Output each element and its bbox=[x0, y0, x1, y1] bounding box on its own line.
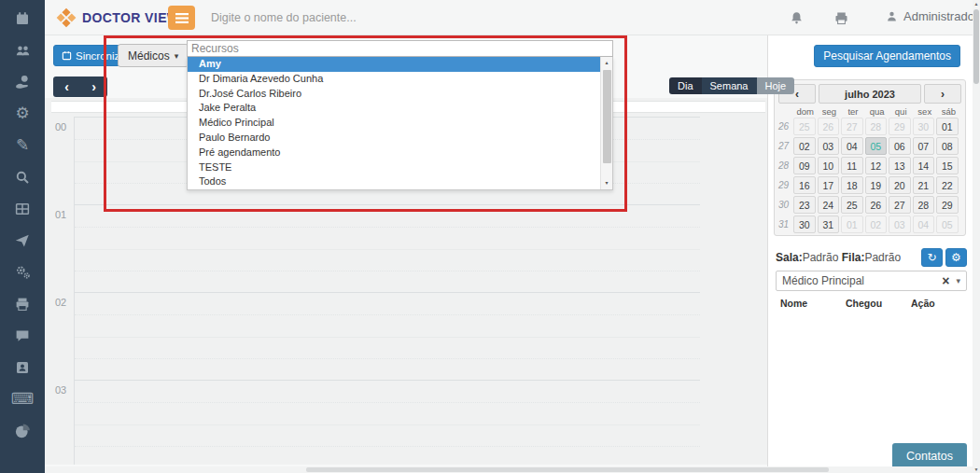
hand-dollar-icon[interactable] bbox=[12, 72, 33, 91]
scrollbar-thumb[interactable] bbox=[603, 70, 611, 163]
minical-day[interactable]: 17 bbox=[818, 176, 840, 194]
minical-day[interactable]: 02 bbox=[865, 216, 888, 233]
table-icon[interactable] bbox=[12, 199, 33, 218]
minical-day-selected[interactable]: 05 bbox=[865, 137, 888, 155]
minical-day[interactable]: 04 bbox=[841, 137, 863, 155]
vertical-scrollbar[interactable]: ▲ ▼ bbox=[973, 0, 980, 473]
pencil-icon[interactable]: ✎ bbox=[12, 135, 33, 155]
hamburger-menu-button[interactable] bbox=[168, 6, 195, 30]
view-hoje-button[interactable]: Hoje bbox=[757, 77, 795, 94]
search-appointments-button[interactable]: Pesquisar Agendamentos bbox=[814, 45, 960, 67]
contacts-button[interactable]: Contatos bbox=[892, 443, 967, 469]
minical-day[interactable]: 28 bbox=[865, 118, 888, 135]
search-icon[interactable] bbox=[12, 167, 33, 187]
dropdown-item[interactable]: Médico Principal bbox=[188, 116, 612, 131]
clear-icon[interactable]: × bbox=[942, 274, 949, 287]
keyboard-icon[interactable]: ⌨ bbox=[12, 389, 33, 409]
minical-day[interactable]: 15 bbox=[936, 157, 959, 174]
bell-icon[interactable] bbox=[789, 10, 805, 29]
minical-day[interactable]: 29 bbox=[936, 196, 959, 214]
minical-day[interactable]: 16 bbox=[793, 176, 816, 194]
doctor-select[interactable]: Médico Principal × ▾ bbox=[776, 271, 967, 291]
minical-day[interactable]: 03 bbox=[889, 216, 911, 233]
dropdown-item[interactable]: Dr.José Carlos Ribeiro bbox=[188, 87, 612, 102]
admin-user-menu[interactable]: Administrador bbox=[885, 9, 978, 23]
scroll-down-icon[interactable]: ▾ bbox=[601, 178, 612, 188]
dropdown-item[interactable]: Paulo Bernardo bbox=[188, 131, 612, 146]
refresh-icon: ↻ bbox=[927, 251, 936, 264]
scroll-up-icon[interactable]: ▲ bbox=[973, 1, 980, 7]
dropdown-scrollbar[interactable]: ▴ ▾ bbox=[600, 57, 612, 189]
minical-day[interactable]: 11 bbox=[841, 157, 863, 174]
dropdown-item[interactable]: Dr Dimaria Azevedo Cunha bbox=[188, 72, 612, 87]
dropdown-item-selected[interactable]: Amy bbox=[188, 57, 612, 72]
send-icon[interactable] bbox=[12, 230, 33, 250]
minical-day[interactable]: 12 bbox=[865, 157, 888, 174]
printer-icon[interactable] bbox=[12, 294, 33, 313]
minical-day[interactable]: 27 bbox=[841, 118, 863, 135]
minical-day[interactable]: 22 bbox=[936, 176, 959, 194]
minical-dow-row: dom seg ter qua qui sex sáb bbox=[793, 106, 961, 117]
calendar-prev-button[interactable]: ‹ bbox=[53, 77, 80, 97]
scroll-up-icon[interactable]: ▴ bbox=[601, 58, 612, 68]
dropdown-item[interactable]: Pré agendamento bbox=[188, 146, 612, 160]
minical-day[interactable]: 13 bbox=[889, 157, 911, 174]
minical-day[interactable]: 01 bbox=[936, 118, 959, 135]
dropdown-item[interactable]: TESTE bbox=[188, 160, 612, 175]
users-icon[interactable] bbox=[12, 40, 33, 60]
minical-day[interactable]: 24 bbox=[818, 196, 840, 214]
patient-search-input[interactable] bbox=[211, 7, 444, 28]
minical-next-button[interactable]: › bbox=[924, 84, 961, 104]
minical-day[interactable]: 14 bbox=[913, 157, 935, 174]
queue-printer-icon[interactable]: 0 bbox=[833, 10, 849, 29]
minical-day[interactable]: 06 bbox=[889, 137, 911, 155]
minical-day[interactable]: 27 bbox=[889, 196, 911, 214]
minical-day[interactable]: 18 bbox=[841, 176, 863, 194]
minical-day[interactable]: 25 bbox=[793, 118, 816, 135]
hour-slot[interactable] bbox=[75, 292, 700, 380]
minical-day[interactable]: 10 bbox=[818, 157, 840, 174]
scroll-down-icon[interactable]: ▼ bbox=[973, 466, 980, 472]
scrollbar-thumb[interactable] bbox=[973, 9, 979, 84]
calendar-next-button[interactable]: › bbox=[80, 77, 107, 97]
dropdown-item[interactable]: Jake Peralta bbox=[188, 101, 612, 116]
minical-day[interactable]: 04 bbox=[913, 216, 935, 233]
medicos-dropdown-button[interactable]: Médicos ▾ bbox=[118, 44, 189, 67]
minical-day[interactable]: 19 bbox=[865, 176, 888, 194]
dropdown-item[interactable]: Todos bbox=[188, 174, 612, 189]
cogs-icon[interactable] bbox=[12, 262, 33, 282]
minical-day[interactable]: 25 bbox=[841, 196, 863, 214]
minical-day[interactable]: 23 bbox=[793, 196, 816, 214]
minical-day[interactable]: 26 bbox=[818, 118, 840, 135]
horizontal-scrollbar[interactable] bbox=[45, 466, 973, 473]
id-badge-icon[interactable] bbox=[12, 357, 33, 377]
view-dia-button[interactable]: Dia bbox=[669, 77, 702, 94]
refresh-queue-button[interactable]: ↻ bbox=[921, 248, 943, 267]
minical-day[interactable]: 07 bbox=[913, 137, 935, 155]
minical-day[interactable]: 20 bbox=[889, 176, 911, 194]
minical-day[interactable]: 01 bbox=[841, 216, 863, 233]
minical-day[interactable]: 30 bbox=[913, 118, 935, 135]
minical-day[interactable]: 08 bbox=[936, 137, 959, 155]
hour-slot[interactable] bbox=[75, 380, 700, 465]
scrollbar-thumb[interactable] bbox=[306, 467, 829, 472]
minical-day[interactable]: 26 bbox=[865, 196, 888, 214]
minical-day[interactable]: 03 bbox=[818, 137, 840, 155]
view-semana-button[interactable]: Semana bbox=[702, 77, 757, 94]
queue-settings-button[interactable]: ⚙ bbox=[945, 248, 967, 267]
recursos-input[interactable] bbox=[187, 40, 613, 57]
calendar-icon[interactable] bbox=[12, 8, 33, 28]
minical-day[interactable]: 29 bbox=[889, 118, 911, 135]
minical-title[interactable]: julho 2023 bbox=[819, 84, 921, 104]
gear-icon[interactable]: ⚙ bbox=[12, 104, 33, 123]
minical-day[interactable]: 09 bbox=[793, 157, 816, 174]
minical-day[interactable]: 30 bbox=[793, 216, 816, 233]
minical-day[interactable]: 31 bbox=[818, 216, 840, 233]
minical-day[interactable]: 02 bbox=[793, 137, 816, 155]
hour-slot[interactable] bbox=[75, 204, 700, 292]
chat-icon[interactable] bbox=[12, 326, 33, 345]
pie-chart-icon[interactable] bbox=[12, 421, 33, 440]
minical-day[interactable]: 05 bbox=[936, 216, 959, 233]
minical-day[interactable]: 28 bbox=[913, 196, 935, 214]
minical-day[interactable]: 21 bbox=[913, 176, 935, 194]
